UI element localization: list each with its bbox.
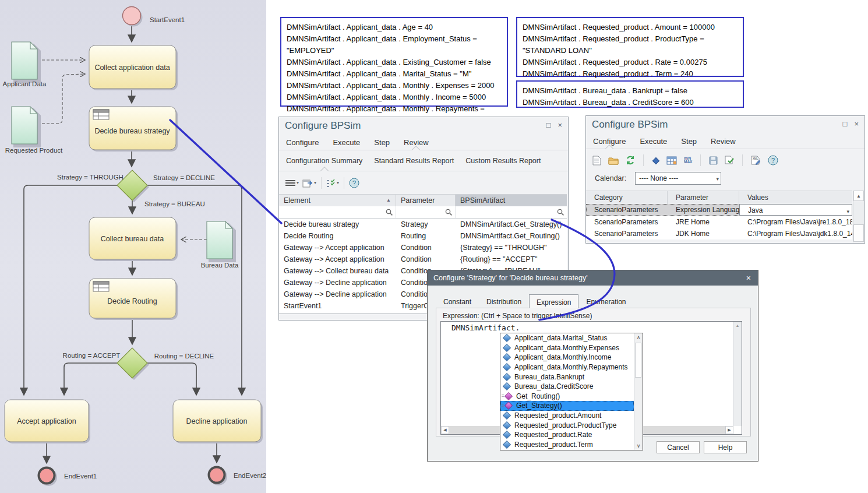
intellisense-item[interactable]: Requested_product.Amount	[500, 411, 634, 421]
tab-distribution[interactable]: Distribution	[479, 295, 529, 308]
task-decide-routing-label: Decide Routing	[107, 297, 157, 305]
bureau-data-artifact[interactable]	[207, 221, 236, 262]
intellisense-item[interactable]: Requested_product.Term	[500, 440, 634, 450]
xml-edit-icon[interactable]: XML	[749, 153, 763, 167]
table-row[interactable]: ScenarioParameters JDK Home C:\Program F…	[586, 228, 852, 240]
table-row[interactable]: ScenarioParameters JRE Home C:\Program F…	[586, 216, 852, 228]
tab-configuration-summary[interactable]: Configuration Summary	[286, 150, 362, 171]
requested-product-artifact[interactable]	[12, 107, 41, 147]
chevron-down-icon: ▾	[314, 180, 316, 185]
column-header-bpsimartifact[interactable]: BPSimArtifact	[456, 195, 567, 206]
table-row[interactable]: Decide bureau strategyStrategyDMNSimArti…	[279, 219, 567, 230]
intellisense-item[interactable]: ≡Get_Routing()	[500, 392, 634, 402]
intellisense-item[interactable]: Applicant_data.Monthly.Repayments	[500, 362, 634, 372]
validate-icon[interactable]	[723, 153, 736, 167]
open-folder-icon[interactable]	[606, 153, 620, 167]
tab-expression[interactable]: Expression	[529, 294, 578, 308]
scroll-up-icon[interactable]: ∧	[634, 334, 643, 340]
applicant-data-label: Applicant Data	[3, 80, 47, 87]
new-file-icon[interactable]	[591, 153, 603, 167]
field-icon	[503, 441, 511, 449]
menu-step[interactable]: Step	[681, 133, 697, 149]
intellisense-item[interactable]: Applicant_data.Monthly.Income	[500, 353, 634, 362]
table-row[interactable]: Gateway --> Accept applicationCondition{…	[279, 253, 567, 265]
filter-checklist-icon[interactable]: ▾	[324, 176, 341, 190]
end-event-2-node[interactable]	[209, 467, 228, 486]
tab-enumeration[interactable]: Enumeration	[578, 295, 633, 308]
menu-configure[interactable]: Configure	[286, 135, 319, 150]
column-header-category[interactable]: Category	[586, 191, 668, 204]
tab-constant[interactable]: Constant	[436, 295, 479, 308]
close-icon[interactable]: ×	[558, 121, 562, 129]
intellisense-item-selected[interactable]: ≡Get_Strategy()	[500, 401, 634, 411]
note-line: DMNSimArtifact . Requested_product . Pro…	[523, 33, 738, 57]
column-header-parameter[interactable]: Parameter	[668, 191, 739, 204]
hamburger-menu-icon[interactable]: ▾	[284, 176, 301, 190]
table-row[interactable]: Gateway --> Accept applicationCondition{…	[279, 242, 567, 253]
editor-vscrollbar[interactable]: ▲	[733, 322, 742, 426]
scrollbar-thumb[interactable]	[853, 224, 864, 242]
close-icon[interactable]: ×	[854, 120, 859, 128]
table-row-selected[interactable]: ScenarioParameters Expression Language J…	[586, 204, 852, 216]
artifact-gem-icon[interactable]	[650, 153, 661, 167]
intellisense-item[interactable]: Bureau_data.CreditScore	[500, 382, 634, 392]
calendar-select[interactable]: ---- None ---- ▾	[635, 172, 721, 185]
column-header-parameter[interactable]: Parameter	[396, 195, 456, 206]
help-icon[interactable]: ?	[347, 176, 361, 190]
table-row[interactable]: Decide RoutingRoutingDMNSimArtifact.Get_…	[279, 230, 567, 242]
start-event-label: StartEvent1	[150, 16, 185, 23]
calendar-label: Calendar:	[595, 174, 626, 182]
intellisense-item[interactable]: Applicant_data.Marital_Status	[500, 333, 634, 343]
scroll-left-icon[interactable]: ◀	[441, 426, 449, 434]
menu-review[interactable]: Review	[404, 135, 429, 150]
save-icon[interactable]	[707, 153, 719, 167]
min-max-icon[interactable]: miNMAX	[682, 153, 694, 167]
maximize-icon[interactable]: □	[843, 120, 848, 128]
scroll-up-icon[interactable]: ▲	[733, 322, 742, 328]
intellisense-scrollbar[interactable]: ∧ ∨	[634, 333, 643, 450]
scroll-down-icon[interactable]: ∨	[634, 443, 643, 449]
start-event-node[interactable]	[123, 7, 143, 27]
filter-cell-parameter[interactable]	[396, 206, 456, 218]
gateway-routing[interactable]	[117, 348, 149, 380]
task-decide-bureau-strategy-label: Decide bureau strategy	[94, 127, 170, 135]
method-icon	[504, 402, 513, 410]
field-icon	[503, 363, 511, 371]
menu-execute[interactable]: Execute	[640, 133, 667, 149]
end-event-1-node[interactable]	[39, 468, 58, 487]
intellisense-item[interactable]: Requested_product.Rate	[500, 430, 634, 440]
menu-execute[interactable]: Execute	[333, 135, 360, 150]
vertical-scrollbar[interactable]: ▲	[853, 191, 864, 242]
filter-cell-element[interactable]	[279, 206, 396, 218]
menu-configure[interactable]: Configure	[593, 133, 626, 149]
table-grid-icon[interactable]	[665, 153, 679, 167]
column-header-values[interactable]: Values	[739, 191, 852, 204]
intellisense-item[interactable]: Bureau_data.Bankrupt	[500, 372, 634, 382]
intellisense-item[interactable]: Requested_product.ProductType	[500, 420, 634, 430]
close-icon[interactable]: ×	[746, 273, 751, 283]
applicant-data-note: DMNSimArtifact . Applicant_data . Age = …	[280, 17, 508, 107]
applicant-data-artifact[interactable]	[12, 42, 41, 83]
flow-label-bureau: Strategy = BUREAU	[144, 200, 205, 207]
filter-cell-bpsimartifact[interactable]	[456, 206, 567, 218]
scroll-right-icon[interactable]: ▶	[725, 426, 733, 434]
note-line: DMNSimArtifact . Bureau_data . Bankrupt …	[523, 85, 738, 97]
intellisense-item[interactable]: Applicant_data.Monthly.Expenses	[500, 343, 634, 353]
tab-standard-results-report[interactable]: Standard Results Report	[374, 150, 454, 171]
help-button[interactable]: Help	[704, 441, 747, 453]
summary-view-icon[interactable]: ▾	[301, 176, 318, 190]
menu-review[interactable]: Review	[711, 133, 736, 149]
expression-text[interactable]: DMNSimArtifact.	[451, 323, 520, 332]
help-icon[interactable]: ?	[766, 153, 780, 167]
menu-step[interactable]: Step	[374, 135, 390, 150]
scrollbar-thumb[interactable]	[635, 343, 641, 378]
refresh-icon[interactable]	[624, 153, 637, 167]
note-line: DMNSimArtifact . Applicant_data . Existi…	[287, 57, 502, 68]
value-combo[interactable]: Java ▾	[739, 204, 852, 216]
column-header-element[interactable]: Element ▲	[279, 195, 396, 206]
maximize-icon[interactable]: □	[546, 121, 551, 129]
cancel-button[interactable]: Cancel	[657, 441, 700, 453]
scroll-up-icon[interactable]: ▲	[853, 191, 864, 201]
tab-custom-results-report[interactable]: Custom Results Report	[465, 150, 541, 171]
bpmn-diagram-panel: StartEvent1 Applicant Data Requested Pro…	[0, 0, 266, 493]
